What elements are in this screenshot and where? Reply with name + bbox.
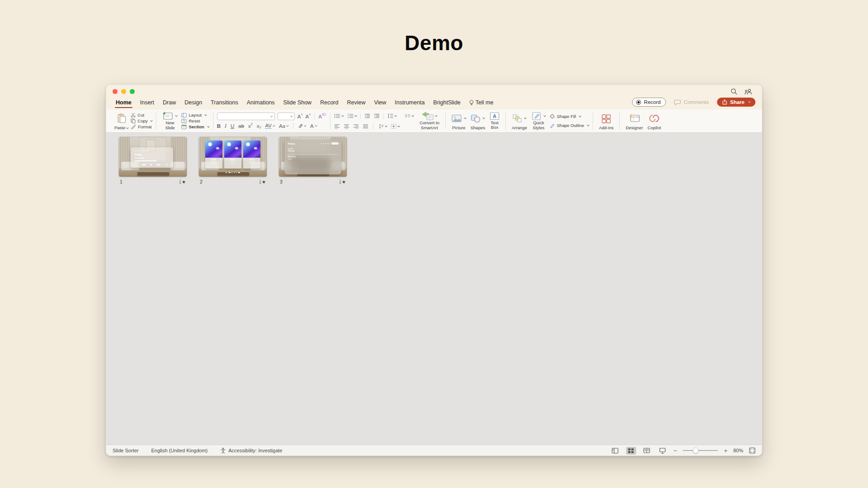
tab-slide-show[interactable]: Slide Show: [283, 99, 312, 109]
font-name-select[interactable]: [217, 113, 275, 120]
zoom-slider[interactable]: [683, 450, 718, 451]
text-direction-button[interactable]: [378, 124, 387, 129]
slide-show-button[interactable]: [658, 447, 668, 455]
language-label[interactable]: English (United Kingdom): [151, 448, 208, 453]
shrink-font-button[interactable]: A˅: [306, 114, 311, 119]
cut-button[interactable]: Cut: [131, 112, 152, 118]
chevron-down-icon: [354, 114, 357, 117]
tab-record[interactable]: Record: [320, 99, 338, 109]
close-button[interactable]: [113, 89, 118, 94]
font-color-button[interactable]: A: [310, 123, 317, 129]
justify-button[interactable]: [363, 124, 368, 129]
new-slide-icon: [162, 112, 177, 121]
share-button[interactable]: Share: [717, 98, 755, 107]
text-box-button[interactable]: A TextBox: [487, 111, 502, 131]
chevron-down-icon: [151, 119, 153, 122]
shape-fill-button[interactable]: Shape Fill: [550, 113, 589, 119]
tab-tell-me[interactable]: Tell me: [469, 99, 494, 109]
zoom-button[interactable]: [130, 89, 135, 94]
tab-instrumenta[interactable]: Instrumenta: [395, 99, 425, 109]
slide-sorter-canvas[interactable]: NOW PLAYING Title ♡ ◀◀ ■ ▶▶ ⇄: [106, 133, 762, 445]
transition-star-icon[interactable]: ★: [340, 179, 346, 184]
tab-design[interactable]: Design: [184, 99, 202, 109]
subscript-button[interactable]: x2: [257, 123, 261, 129]
line-spacing-button[interactable]: [387, 113, 396, 118]
copy-button[interactable]: Copy: [131, 118, 152, 124]
tab-brightslide[interactable]: BrightSlide: [433, 99, 460, 109]
bullets-button[interactable]: [334, 113, 344, 118]
search-icon[interactable]: [731, 88, 737, 95]
slide-thumbnail-2[interactable]: Point (X time) Point (X time): [199, 137, 267, 177]
align-left-button[interactable]: [334, 124, 340, 129]
zoom-level-label[interactable]: 80%: [733, 448, 743, 453]
reset-button[interactable]: Reset: [181, 118, 209, 124]
highlight-button[interactable]: [298, 123, 306, 128]
bold-button[interactable]: B: [217, 123, 221, 129]
section-button[interactable]: Section: [181, 124, 209, 130]
columns-button[interactable]: [405, 114, 414, 118]
tab-review[interactable]: Review: [347, 99, 365, 109]
shapes-button[interactable]: Shapes: [468, 111, 487, 131]
ribbon-tabs: Home Insert Draw Design Transitions Anim…: [116, 99, 493, 109]
stop-icon: ■: [151, 163, 152, 166]
record-button[interactable]: Record: [632, 98, 666, 107]
numbering-button[interactable]: [347, 113, 357, 118]
view-mode-label[interactable]: Slide Sorter: [113, 448, 138, 453]
underline-button[interactable]: U: [231, 123, 234, 129]
tab-transitions[interactable]: Transitions: [211, 99, 238, 109]
strikethrough-button[interactable]: ab: [238, 123, 244, 129]
italic-button[interactable]: I: [225, 123, 226, 129]
transition-star-icon[interactable]: ★: [259, 179, 266, 184]
comments-button[interactable]: Comments: [671, 98, 712, 107]
tab-insert[interactable]: Insert: [140, 99, 154, 109]
normal-view-button[interactable]: [610, 447, 620, 455]
change-case-button[interactable]: Aa: [279, 123, 288, 129]
decrease-indent-button[interactable]: [364, 113, 370, 118]
minimize-button[interactable]: [121, 89, 126, 94]
zoom-slider-knob[interactable]: [693, 448, 699, 454]
superscript-button[interactable]: x2: [248, 123, 253, 129]
shape-fill-icon: [550, 114, 555, 119]
increase-indent-button[interactable]: [374, 113, 380, 118]
slide-number: 2: [200, 179, 203, 184]
shape-outline-button[interactable]: Shape Outline: [550, 122, 589, 128]
format-painter-button[interactable]: Format: [131, 124, 152, 130]
align-center-button[interactable]: [344, 124, 349, 129]
add-ins-button[interactable]: Add-ins: [597, 111, 616, 131]
tab-draw[interactable]: Draw: [163, 99, 176, 109]
arrange-button[interactable]: Arrange: [509, 111, 529, 131]
align-text-button[interactable]: [391, 124, 400, 129]
convert-to-smartart-button[interactable]: Convert toSmartArt: [417, 111, 442, 131]
designer-button[interactable]: Designer: [623, 111, 645, 131]
picture-button[interactable]: Picture: [449, 111, 468, 131]
slide-number: 1: [120, 179, 123, 184]
new-slide-button[interactable]: NewSlide: [160, 111, 179, 131]
clear-formatting-button[interactable]: A⌦: [318, 114, 326, 119]
quick-styles-button[interactable]: QuickStyles: [529, 111, 548, 131]
tab-animations[interactable]: Animations: [247, 99, 275, 109]
designer-icon: [629, 112, 640, 126]
copilot-button[interactable]: Copilot: [645, 111, 663, 131]
align-right-button[interactable]: [353, 124, 359, 129]
presence-share-icon[interactable]: [745, 89, 752, 95]
reading-view-button[interactable]: [642, 447, 652, 455]
zoom-out-button[interactable]: −: [674, 448, 677, 454]
character-spacing-button[interactable]: AV: [265, 123, 275, 129]
zoom-in-button[interactable]: +: [724, 448, 727, 454]
slide-thumbnail-3[interactable]: Notes TITLE Heading: [279, 137, 347, 177]
slide-thumbnail-1[interactable]: NOW PLAYING Title ♡ ◀◀ ■ ▶▶ ⇄: [119, 137, 187, 177]
slide-sorter-view-button[interactable]: [626, 447, 636, 455]
paste-button[interactable]: Paste: [112, 111, 131, 131]
notes-panel: Notes TITLE Heading: [284, 140, 341, 174]
fit-to-window-button[interactable]: [749, 447, 755, 454]
window-header: Home Insert Draw Design Transitions Anim…: [106, 85, 762, 109]
accessibility-status[interactable]: Accessibility: Investigate: [220, 448, 282, 454]
grow-font-button[interactable]: A˄: [297, 114, 303, 119]
comments-icon: [674, 99, 681, 105]
copilot-icon: [649, 112, 659, 126]
tab-view[interactable]: View: [374, 99, 386, 109]
layout-button[interactable]: Layout: [181, 112, 209, 118]
transition-star-icon[interactable]: ★: [179, 179, 186, 184]
font-size-select[interactable]: [278, 113, 295, 120]
tab-home[interactable]: Home: [116, 99, 132, 109]
